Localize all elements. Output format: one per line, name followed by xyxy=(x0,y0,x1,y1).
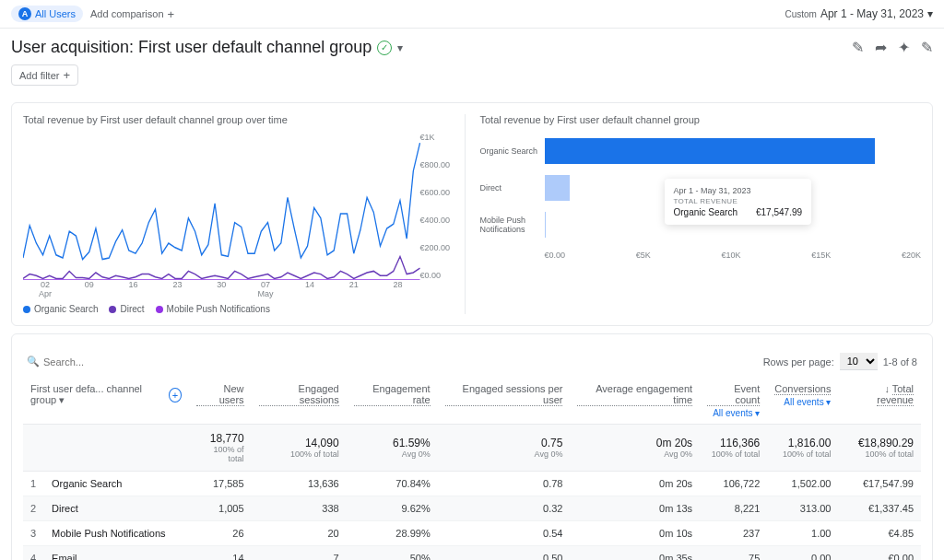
bar-chart[interactable]: Organic SearchDirectMobile Push Notifica… xyxy=(480,133,922,298)
legend-item[interactable]: Organic Search xyxy=(23,304,98,314)
share-icon[interactable]: ➦ xyxy=(875,39,887,56)
line-chart-legend: Organic SearchDirectMobile Push Notifica… xyxy=(23,304,465,314)
bar-chart-title: Total revenue by First user default chan… xyxy=(480,114,922,125)
table-card: 🔍 Rows per page: 10 1-8 of 8 First user … xyxy=(11,333,933,560)
line-chart-title: Total revenue by First user default chan… xyxy=(23,114,465,125)
all-users-pill[interactable]: A All Users xyxy=(11,6,83,22)
line-chart-svg xyxy=(23,133,420,280)
y-axis-labels: €1K€800.00€600.00€400.00€200.00€0.00 xyxy=(420,133,465,280)
line-chart[interactable]: €1K€800.00€600.00€400.00€200.00€0.00 02A… xyxy=(23,133,465,298)
plus-icon: + xyxy=(168,7,175,21)
chart-tooltip: Apr 1 - May 31, 2023 TOTAL REVENUE Organ… xyxy=(665,179,812,225)
metric-dropdown[interactable]: All events ▾ xyxy=(713,408,760,418)
column-header[interactable]: Engagement rate xyxy=(347,378,438,425)
chevron-down-icon[interactable]: ▾ xyxy=(397,41,403,54)
page-info: 1-8 of 8 xyxy=(883,356,917,368)
all-users-label: All Users xyxy=(35,8,76,19)
table-row[interactable]: 2 Direct1,0053389.62%0.320m 13s8,221313.… xyxy=(23,496,921,521)
titlebar: User acquisition: First user default cha… xyxy=(0,29,944,61)
table-row[interactable]: 3 Mobile Push Notifications262028.99%0.5… xyxy=(23,521,921,546)
rows-per-page-label: Rows per page: xyxy=(763,356,834,368)
table-row[interactable]: 4 Email14750%0.500m 35s750.00€0.00 xyxy=(23,546,921,561)
bar-row[interactable]: Organic Search xyxy=(480,133,922,169)
table-search[interactable]: 🔍 xyxy=(27,356,763,368)
bar-chart-pane: Total revenue by First user default chan… xyxy=(465,114,922,314)
add-filter-button[interactable]: Add filter + xyxy=(11,64,78,86)
search-icon: 🔍 xyxy=(27,356,40,368)
metric-dropdown[interactable]: All events ▾ xyxy=(784,397,831,407)
column-header[interactable]: Average engagement time xyxy=(570,378,700,425)
line-chart-pane: Total revenue by First user default chan… xyxy=(23,114,465,314)
column-header[interactable]: ↓ Total revenue xyxy=(838,378,921,425)
title-actions: ✎ ➦ ✦ ✎ xyxy=(852,39,933,56)
add-comparison-button[interactable]: Add comparison + xyxy=(90,7,174,21)
bar-x-labels: €0.00€5K€10K€15K€20K xyxy=(545,251,922,260)
check-circle-icon: ✓ xyxy=(377,41,392,55)
legend-item[interactable]: Mobile Push Notifications xyxy=(156,304,270,314)
table-row[interactable]: 1 Organic Search17,58513,63670.84%0.780m… xyxy=(23,472,921,496)
page-title: User acquisition: First user default cha… xyxy=(11,38,403,57)
plus-icon: + xyxy=(63,68,70,82)
charts-card: Total revenue by First user default chan… xyxy=(11,102,933,326)
legend-item[interactable]: Direct xyxy=(109,304,144,314)
column-header[interactable]: New users xyxy=(189,378,252,425)
column-header[interactable]: ConversionsAll events ▾ xyxy=(767,378,838,425)
customize-report-icon[interactable]: ✎ xyxy=(852,39,864,56)
data-table: First user defa... channel group ▾+New u… xyxy=(23,378,921,560)
column-header[interactable]: Engaged sessions xyxy=(252,378,347,425)
edit-icon[interactable]: ✎ xyxy=(921,39,933,56)
first-column-header[interactable]: First user defa... channel group ▾+ xyxy=(23,378,189,425)
column-header[interactable]: Engaged sessions per user xyxy=(438,378,571,425)
rows-per-page-select[interactable]: 10 xyxy=(840,353,878,370)
date-range-picker[interactable]: Custom Apr 1 - May 31, 2023 ▾ xyxy=(785,7,933,20)
add-dimension-button[interactable]: + xyxy=(169,388,182,402)
x-axis-labels: 02Apr0916233007May142128 xyxy=(23,280,420,298)
search-input[interactable] xyxy=(43,356,228,368)
insights-icon[interactable]: ✦ xyxy=(898,39,910,56)
column-header[interactable]: Event countAll events ▾ xyxy=(700,378,767,425)
filterbar: Add filter + xyxy=(0,61,944,95)
audience-badge: A xyxy=(18,7,31,20)
totals-row: 18,770100% of total14,090100% of total61… xyxy=(23,425,921,472)
chevron-down-icon: ▾ xyxy=(927,7,933,20)
topbar: A All Users Add comparison + Custom Apr … xyxy=(0,0,944,29)
